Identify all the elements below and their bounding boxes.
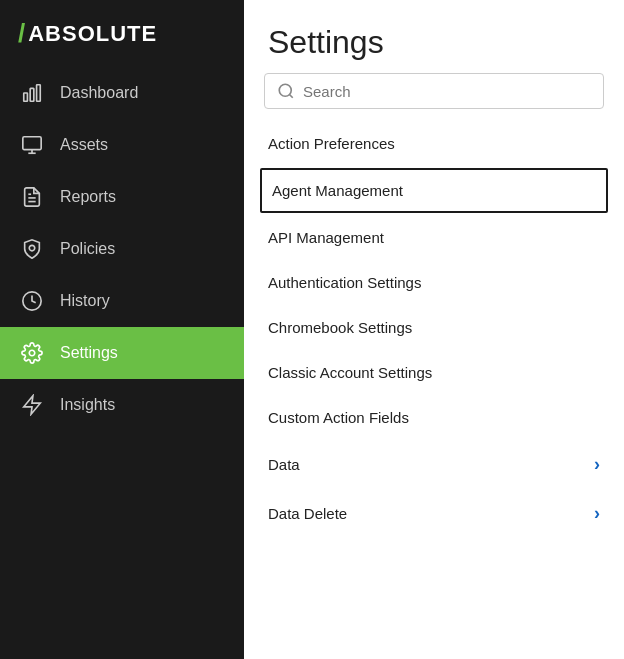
sidebar-item-label: Insights [60,396,115,414]
sidebar-item-policies[interactable]: Policies [0,223,244,275]
svg-point-13 [279,84,291,96]
logo-text: / ABSOLUTE [18,18,157,49]
svg-line-14 [289,94,292,97]
search-icon [277,82,295,100]
gear-icon [20,341,44,365]
monitor-icon [20,133,44,157]
settings-item-action-preferences[interactable]: Action Preferences [244,121,624,166]
search-input[interactable] [303,83,591,100]
sidebar-item-label: History [60,292,110,310]
settings-item-data[interactable]: Data › [244,440,624,489]
settings-item-classic-account-settings[interactable]: Classic Account Settings [244,350,624,395]
svg-point-11 [29,350,35,356]
main-content: Settings Action Preferences Agent Manage… [244,0,624,659]
sidebar: / ABSOLUTE Dashboard Assets Reports [0,0,244,659]
sidebar-item-settings[interactable]: Settings [0,327,244,379]
search-container [264,73,604,109]
sidebar-item-reports[interactable]: Reports [0,171,244,223]
settings-item-data-delete[interactable]: Data Delete › [244,489,624,538]
logo-slash: / [18,18,26,49]
chevron-right-icon: › [594,503,600,524]
sidebar-item-label: Policies [60,240,115,258]
svg-rect-0 [24,93,28,101]
svg-rect-1 [30,88,34,101]
bar-chart-icon [20,81,44,105]
sidebar-item-label: Settings [60,344,118,362]
settings-list: Action Preferences Agent Management API … [244,117,624,659]
svg-rect-2 [37,85,41,102]
clock-icon [20,289,44,313]
sidebar-item-dashboard[interactable]: Dashboard [0,67,244,119]
nav-menu: Dashboard Assets Reports Policies [0,67,244,659]
sidebar-item-assets[interactable]: Assets [0,119,244,171]
logo-wordmark: ABSOLUTE [28,21,157,47]
svg-point-9 [29,245,35,251]
settings-item-api-management[interactable]: API Management [244,215,624,260]
settings-item-chromebook-settings[interactable]: Chromebook Settings [244,305,624,350]
svg-rect-3 [23,137,41,150]
chevron-right-icon: › [594,454,600,475]
sidebar-item-label: Assets [60,136,108,154]
shield-icon [20,237,44,261]
svg-marker-12 [24,396,41,414]
insights-icon [20,393,44,417]
sidebar-item-label: Dashboard [60,84,138,102]
settings-item-authentication-settings[interactable]: Authentication Settings [244,260,624,305]
sidebar-item-label: Reports [60,188,116,206]
settings-item-custom-action-fields[interactable]: Custom Action Fields [244,395,624,440]
logo: / ABSOLUTE [0,0,244,67]
page-title: Settings [244,0,624,73]
sidebar-item-history[interactable]: History [0,275,244,327]
file-text-icon [20,185,44,209]
sidebar-item-insights[interactable]: Insights [0,379,244,431]
settings-item-agent-management[interactable]: Agent Management [260,168,608,213]
